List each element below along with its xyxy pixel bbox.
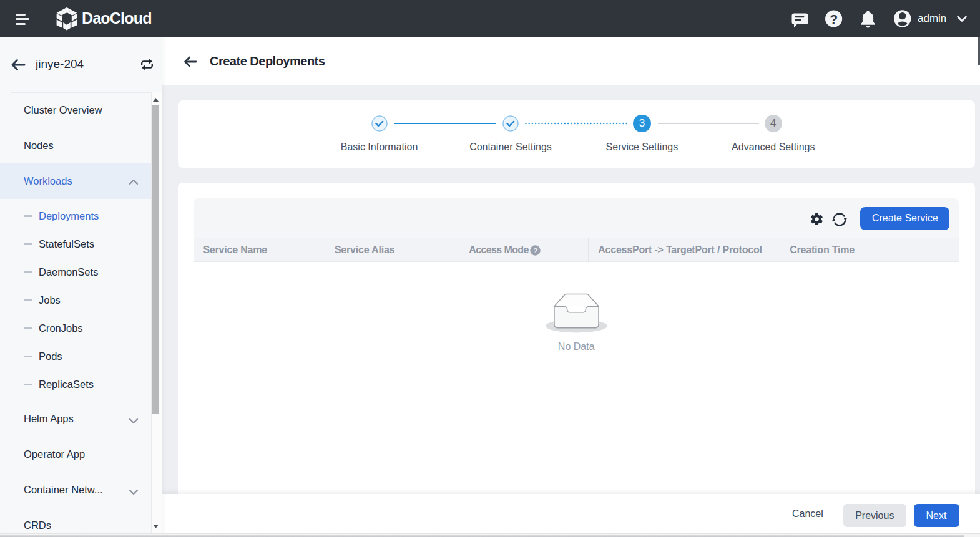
svg-text:?: ? — [533, 246, 537, 254]
svg-text:?: ? — [830, 12, 838, 26]
